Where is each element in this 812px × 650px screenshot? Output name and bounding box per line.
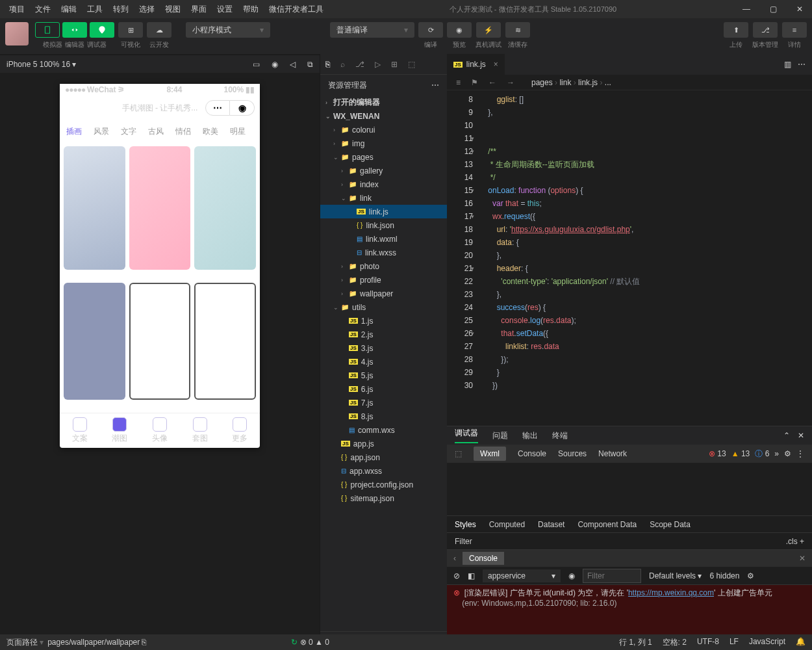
git-icon[interactable]: ⎇ xyxy=(355,60,364,69)
tree-item[interactable]: ⊟app.wxss xyxy=(320,464,447,478)
back-icon[interactable]: ‹ xyxy=(453,554,456,563)
dbg-tab[interactable]: 终端 xyxy=(552,430,568,441)
filter-input[interactable]: Filter xyxy=(455,537,472,546)
add-icon[interactable]: + xyxy=(800,537,804,546)
tree-item[interactable]: JS8.js xyxy=(320,410,447,423)
dbg-tab[interactable]: 调试器 xyxy=(455,428,478,443)
phone-tab[interactable]: 明星 xyxy=(230,126,246,137)
maximize-button[interactable]: ▢ xyxy=(766,3,781,16)
preview-button[interactable]: ◉ xyxy=(447,22,472,38)
tree-item[interactable]: ›📁profile xyxy=(320,273,447,287)
sync-icon[interactable]: ↻ xyxy=(291,638,298,647)
ext-icon[interactable]: ⬚ xyxy=(408,60,415,69)
tree-item[interactable]: JS4.js xyxy=(320,355,447,369)
thumbnail[interactable] xyxy=(129,283,191,400)
tree-item[interactable]: ›📁colorui xyxy=(320,123,447,136)
page-path[interactable]: pages/wallpaper/wallpaper xyxy=(47,638,140,647)
style-tab[interactable]: Dataset xyxy=(538,520,565,529)
tree-item[interactable]: ⊟link.wxss xyxy=(320,246,447,259)
devtools-tab[interactable]: Console xyxy=(518,449,546,458)
avatar[interactable] xyxy=(5,22,29,46)
mute-icon[interactable]: ◁ xyxy=(290,60,296,69)
debugger-toggle[interactable] xyxy=(90,22,114,38)
code-editor[interactable]: 891011▾12▾131415▾1617▾18192021▾222324252… xyxy=(447,90,812,426)
settings-icon[interactable]: ⚙ xyxy=(747,571,754,580)
scope-icon[interactable]: ◧ xyxy=(468,571,475,580)
tree-item[interactable]: JSapp.js xyxy=(320,437,447,450)
phone-grid[interactable] xyxy=(60,142,260,413)
thumbnail[interactable] xyxy=(194,146,256,270)
close-icon[interactable]: ✕ xyxy=(798,431,804,440)
compile-mode-select[interactable]: 普通编译▾ xyxy=(330,22,414,38)
tree-item[interactable]: JSlink.js xyxy=(320,205,447,218)
menu-item[interactable]: 微信开发者工具 xyxy=(265,2,327,17)
tree-item[interactable]: JS6.js xyxy=(320,382,447,396)
filter-input[interactable] xyxy=(583,569,641,583)
tree-item[interactable]: ›📁index xyxy=(320,177,447,191)
devtools-tab[interactable]: Network xyxy=(598,449,627,458)
phone-tab[interactable]: 情侣 xyxy=(175,126,191,137)
level-select[interactable]: Default levels ▾ xyxy=(649,571,702,580)
toggle-icon[interactable]: ≡ xyxy=(456,78,461,87)
tree-item[interactable]: { }app.json xyxy=(320,450,447,464)
tree-item[interactable]: JS3.js xyxy=(320,341,447,355)
tree-item[interactable]: ⌄📁link xyxy=(320,191,447,205)
upload-button[interactable]: ⬆ xyxy=(724,22,748,38)
minimize-button[interactable]: — xyxy=(739,3,754,16)
explorer-icon[interactable]: ⎘ xyxy=(325,60,330,69)
tree-item[interactable]: ⌄📁utils xyxy=(320,300,447,314)
split-icon[interactable]: ▥ xyxy=(784,60,791,69)
dbg-tab[interactable]: 输出 xyxy=(522,430,538,441)
style-tab[interactable]: Component Data xyxy=(577,520,637,529)
project-section[interactable]: ⌄WX_WENAN xyxy=(320,109,447,123)
phone-tab[interactable]: 风景 xyxy=(94,126,109,137)
tree-item[interactable]: { }link.json xyxy=(320,218,447,232)
breadcrumb[interactable]: ≡ ⚑ ←→ pages › link › link.js › ... xyxy=(447,75,812,90)
tree-item[interactable]: ▤comm.wxs xyxy=(320,423,447,437)
phone-simulator[interactable]: ●●●●● WeChat ⚞ 8:44 100% ▮▮ 手机潮图 - 让手机秀.… xyxy=(60,84,260,448)
console-tab[interactable]: Console xyxy=(463,552,504,565)
menu-item[interactable]: 帮助 xyxy=(239,2,262,17)
clear-button[interactable]: ≋ xyxy=(505,22,530,38)
tree-item[interactable]: JS7.js xyxy=(320,396,447,410)
nav-item[interactable]: 头像 xyxy=(140,413,180,448)
tree-item[interactable]: JS5.js xyxy=(320,369,447,382)
mode-select[interactable]: 小程序模式▾ xyxy=(186,22,270,38)
device-icon[interactable]: ▭ xyxy=(253,60,260,69)
record-icon[interactable]: ◉ xyxy=(272,60,278,69)
tree-item[interactable]: ›📁wallpaper xyxy=(320,287,447,300)
menu-item[interactable]: 转到 xyxy=(109,2,133,17)
tree-item[interactable]: ›📁img xyxy=(320,136,447,150)
style-tab[interactable]: Computed xyxy=(489,520,525,529)
more-icon[interactable]: » xyxy=(774,449,779,458)
scope-select[interactable]: appservice▾ xyxy=(483,569,561,582)
phone-capsule[interactable]: ⋯◉ xyxy=(205,100,255,116)
tree-item[interactable]: JS1.js xyxy=(320,314,447,328)
remote-button[interactable]: ⚡ xyxy=(476,22,501,38)
thumbnail[interactable] xyxy=(64,146,125,270)
phone-tab[interactable]: 文字 xyxy=(121,126,136,137)
simulator-toggle[interactable] xyxy=(35,22,60,38)
phone-tab[interactable]: 欧美 xyxy=(203,126,218,137)
copy-icon[interactable]: ⎘ xyxy=(142,638,146,647)
nav-item[interactable]: 更多 xyxy=(220,413,260,448)
dbg-tab[interactable]: 问题 xyxy=(492,430,508,441)
close-icon[interactable]: ✕ xyxy=(799,554,806,563)
tree-item[interactable]: { }project.config.json xyxy=(320,478,447,491)
visualize-button[interactable]: ⊞ xyxy=(118,22,143,38)
bell-icon[interactable]: 🔔 xyxy=(796,637,806,648)
phone-tab[interactable]: 古风 xyxy=(148,126,164,137)
clear-icon[interactable]: ⊘ xyxy=(453,571,460,580)
version-button[interactable]: ⎇ xyxy=(753,22,778,38)
phone-bottom-nav[interactable]: 文案潮图头像套图更多 xyxy=(60,413,260,448)
devtools-tab[interactable]: Sources xyxy=(558,449,587,458)
bookmark-icon[interactable]: ⚑ xyxy=(471,78,478,87)
tree-item[interactable]: ⌄📁pages xyxy=(320,150,447,164)
menu-item[interactable]: 选择 xyxy=(135,2,159,17)
tree-item[interactable]: { }sitemap.json xyxy=(320,491,447,505)
close-tab-icon[interactable]: × xyxy=(494,60,498,69)
more-icon[interactable]: ⋯ xyxy=(431,81,439,90)
menu-item[interactable]: 视图 xyxy=(161,2,184,17)
editor-toggle[interactable] xyxy=(62,22,87,38)
phone-tab[interactable]: 插画 xyxy=(66,126,82,137)
